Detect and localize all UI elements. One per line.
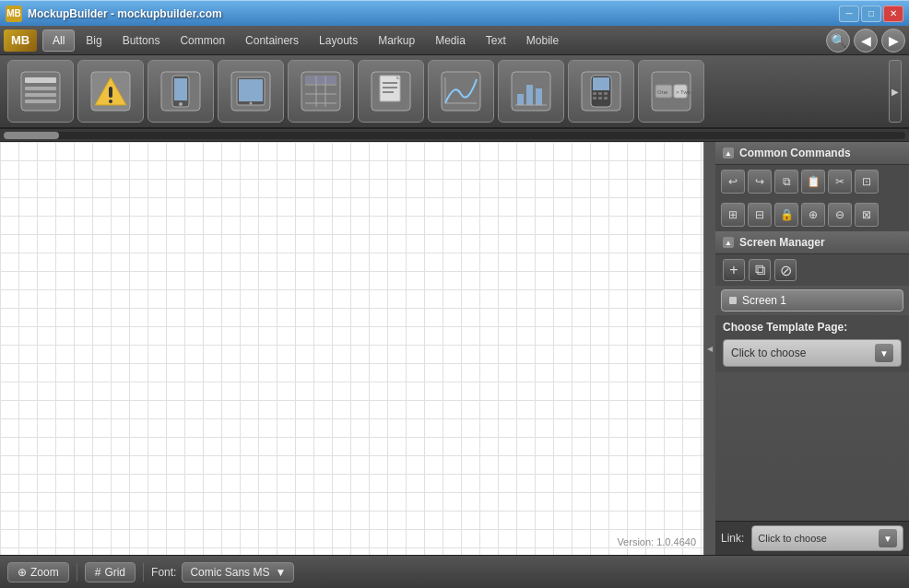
forward-icon[interactable]: ▶ <box>881 29 905 53</box>
svg-rect-3 <box>25 93 56 97</box>
toolbar-right-icons: 🔍 ◀ ▶ <box>826 29 905 53</box>
svg-rect-40 <box>593 77 609 90</box>
back-icon[interactable]: ◀ <box>854 29 878 53</box>
export-button[interactable]: ⊡ <box>855 170 879 194</box>
tablet-component[interactable] <box>218 60 284 123</box>
screen-1-label: Screen 1 <box>742 294 786 307</box>
window-controls: ─ □ ✕ <box>839 6 903 22</box>
choose-template-section: Choose Template Page: Click to choose ▼ <box>715 315 909 372</box>
tab-common[interactable]: Common <box>171 30 234 51</box>
svg-rect-4 <box>25 100 56 103</box>
tab-media[interactable]: Media <box>426 30 475 51</box>
svg-rect-29 <box>383 91 394 93</box>
alert-component[interactable] <box>77 60 144 123</box>
doc-component[interactable] <box>358 60 424 123</box>
tab-markup[interactable]: Markup <box>369 30 424 51</box>
screen-1-item[interactable]: Screen 1 <box>721 289 903 312</box>
canvas-area: Version: 1.0.4640 <box>0 142 704 555</box>
app-logo: MB <box>6 6 22 22</box>
tab-big[interactable]: Big <box>77 30 111 51</box>
scrollbar-thumb[interactable] <box>4 132 59 139</box>
svg-rect-46 <box>604 97 608 100</box>
grid-button[interactable]: # Grid <box>85 562 136 582</box>
list-component[interactable] <box>7 60 74 123</box>
svg-rect-45 <box>598 97 602 100</box>
grid-label: Grid <box>104 566 125 579</box>
grid-component[interactable] <box>288 60 354 123</box>
undo-button[interactable]: ↩ <box>721 170 745 194</box>
toolbar-scrollbar <box>0 129 909 142</box>
deselect-button[interactable]: ⊟ <box>748 203 772 227</box>
main-area: Version: 1.0.4640 ◀ ▲ Common Commands ↩ … <box>0 142 909 555</box>
window-title: MockupBuilder - mockupbuilder.com <box>28 7 833 20</box>
group-button[interactable]: ⊕ <box>801 203 825 227</box>
redo-button[interactable]: ↪ <box>748 170 772 194</box>
tab-layouts[interactable]: Layouts <box>310 30 367 51</box>
phone-component[interactable] <box>148 60 214 123</box>
tab-text[interactable]: Text <box>477 30 515 51</box>
panel-collapse-handle[interactable]: ◀ <box>704 142 715 555</box>
version-text: Version: 1.0.4640 <box>617 536 696 547</box>
grid-icon: # <box>95 566 101 579</box>
svg-rect-34 <box>517 94 524 105</box>
svg-rect-35 <box>526 85 533 105</box>
ungroup-button[interactable]: ⊖ <box>828 203 852 227</box>
svg-rect-23 <box>305 76 336 84</box>
cut-button[interactable]: ✂ <box>828 170 852 194</box>
svg-rect-1 <box>25 77 56 83</box>
delete-screen-button[interactable]: ⊘ <box>774 259 797 281</box>
align-button[interactable]: ⊠ <box>855 203 879 227</box>
link-component[interactable]: One > Two <box>638 60 704 123</box>
tab-all[interactable]: All <box>42 29 75 52</box>
link-label: Link: <box>721 532 744 545</box>
font-dropdown-arrow: ▼ <box>275 566 286 579</box>
canvas-grid <box>0 142 703 555</box>
bottom-toolbar: ⊕ Zoom # Grid Font: Comic Sans MS ▼ <box>0 555 909 588</box>
link-dropdown[interactable]: Click to choose ▼ <box>751 525 903 551</box>
select-all-button[interactable]: ⊞ <box>721 203 745 227</box>
link-dropdown-value: Click to choose <box>758 533 827 544</box>
bar-chart-component[interactable] <box>498 60 564 123</box>
device-component[interactable] <box>568 60 634 123</box>
menu-bar: MB All Big Buttons Common Containers Lay… <box>0 26 909 55</box>
tab-buttons[interactable]: Buttons <box>113 30 170 51</box>
close-button[interactable]: ✕ <box>883 6 903 22</box>
svg-rect-28 <box>383 87 397 88</box>
choose-template-label: Choose Template Page: <box>723 321 902 334</box>
common-commands-row1: ↩ ↪ ⧉ 📋 ✂ ⊡ <box>715 165 909 198</box>
svg-point-8 <box>109 100 112 103</box>
separator-1 <box>77 563 77 582</box>
tab-containers[interactable]: Containers <box>236 30 308 51</box>
template-dropdown-arrow: ▼ <box>875 344 893 362</box>
font-dropdown[interactable]: Comic Sans MS ▼ <box>182 562 294 582</box>
chart-curve-component[interactable] <box>428 60 494 123</box>
lock-button[interactable]: 🔒 <box>774 203 798 227</box>
template-dropdown-value: Click to choose <box>731 347 806 359</box>
screen-manager-header: ▲ Screen Manager <box>715 231 909 254</box>
add-screen-button[interactable]: + <box>723 259 745 281</box>
minimize-button[interactable]: ─ <box>839 6 859 22</box>
copy-button[interactable]: ⧉ <box>774 170 798 194</box>
tab-mobile[interactable]: Mobile <box>517 30 568 51</box>
font-value: Comic Sans MS <box>190 566 269 579</box>
screen-dot <box>729 297 737 304</box>
mb-logo[interactable]: MB <box>4 29 37 52</box>
svg-rect-2 <box>25 87 56 90</box>
paste-button[interactable]: 📋 <box>801 170 825 194</box>
screen-manager-arrow[interactable]: ▲ <box>723 237 734 248</box>
svg-rect-43 <box>604 92 608 95</box>
common-commands-row2: ⊞ ⊟ 🔒 ⊕ ⊖ ⊠ <box>715 198 909 231</box>
maximize-button[interactable]: □ <box>861 6 881 22</box>
svg-rect-44 <box>593 97 596 100</box>
zoom-button[interactable]: ⊕ Zoom <box>7 562 69 582</box>
duplicate-screen-button[interactable]: ⧉ <box>749 259 771 281</box>
template-dropdown[interactable]: Click to choose ▼ <box>723 339 902 367</box>
zoom-icon[interactable]: 🔍 <box>826 29 850 53</box>
svg-rect-15 <box>239 79 263 101</box>
titlebar: MB MockupBuilder - mockupbuilder.com ─ □… <box>0 0 909 26</box>
common-commands-arrow[interactable]: ▲ <box>723 147 734 159</box>
scrollbar-track <box>4 132 905 139</box>
svg-text:> Two: > Two <box>676 89 691 95</box>
toolbar-scroll-right[interactable]: ▶ <box>889 60 902 123</box>
svg-rect-27 <box>383 82 397 84</box>
